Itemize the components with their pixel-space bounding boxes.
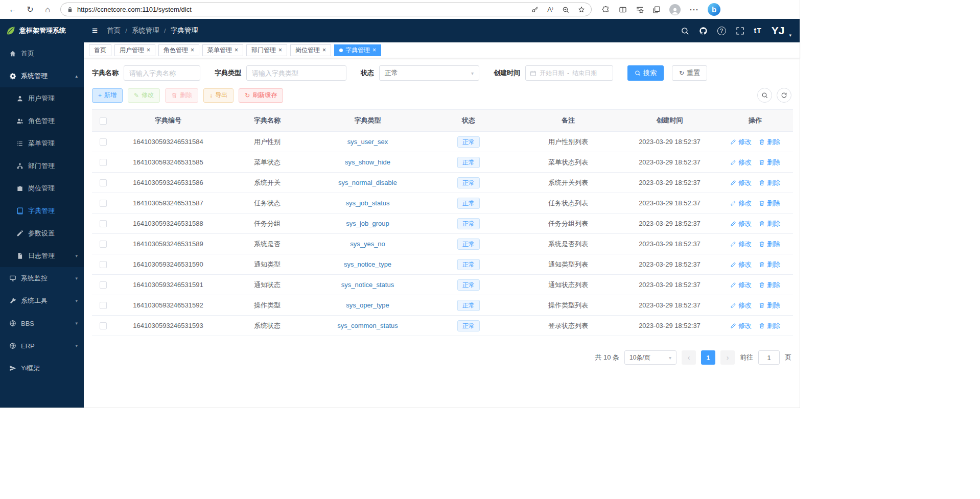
- sidebar-item-post-mgmt[interactable]: 岗位管理: [0, 177, 84, 200]
- dict-type-input[interactable]: [246, 65, 346, 81]
- back-icon[interactable]: ←: [5, 2, 20, 17]
- page-size-select[interactable]: 10条/页 ▾: [624, 350, 676, 365]
- row-edit-link[interactable]: 修改: [730, 199, 752, 208]
- row-edit-link[interactable]: 修改: [730, 280, 752, 290]
- row-delete-link[interactable]: 删除: [759, 158, 780, 167]
- close-icon[interactable]: ×: [278, 47, 282, 53]
- row-edit-link[interactable]: 修改: [730, 219, 752, 228]
- sidebar-item-user-mgmt[interactable]: 用户管理: [0, 87, 84, 110]
- dict-type-link[interactable]: sys_show_hide: [345, 158, 390, 166]
- sidebar-item-log-mgmt[interactable]: 日志管理▾: [0, 245, 84, 267]
- tab-menu-mgmt[interactable]: 菜单管理×: [202, 44, 243, 56]
- favorites-icon[interactable]: [636, 6, 644, 14]
- sidebar-item-system-mgmt[interactable]: 系统管理▴: [0, 65, 84, 87]
- row-delete-link[interactable]: 删除: [759, 301, 780, 310]
- dict-type-link[interactable]: sys_common_status: [337, 322, 398, 329]
- tab-post-mgmt[interactable]: 岗位管理×: [290, 44, 331, 56]
- close-icon[interactable]: ×: [191, 47, 194, 53]
- browser-home-icon[interactable]: ⌂: [40, 2, 55, 17]
- row-edit-link[interactable]: 修改: [730, 158, 752, 167]
- row-checkbox[interactable]: [100, 138, 107, 146]
- fullscreen-icon[interactable]: [736, 27, 744, 35]
- row-checkbox[interactable]: [100, 261, 107, 268]
- dict-type-link[interactable]: sys_job_status: [346, 199, 390, 207]
- row-edit-link[interactable]: 修改: [730, 321, 752, 330]
- profile-avatar[interactable]: [669, 4, 681, 15]
- row-checkbox[interactable]: [100, 159, 107, 166]
- sidebar-item-param-settings[interactable]: 参数设置: [0, 222, 84, 245]
- row-checkbox[interactable]: [100, 200, 107, 207]
- select-all-checkbox[interactable]: [100, 117, 107, 125]
- dict-type-link[interactable]: sys_yes_no: [350, 240, 385, 248]
- tab-home[interactable]: 首页: [89, 44, 111, 56]
- collections-icon[interactable]: [652, 6, 661, 14]
- hamburger-icon[interactable]: ≡: [92, 25, 98, 36]
- row-delete-link[interactable]: 删除: [759, 137, 780, 147]
- goto-page-input[interactable]: [758, 350, 780, 365]
- next-page-button[interactable]: ›: [720, 350, 735, 365]
- dict-type-link[interactable]: sys_job_group: [346, 220, 389, 227]
- row-edit-link[interactable]: 修改: [730, 260, 752, 269]
- chevron-down-icon[interactable]: ▾: [789, 33, 791, 38]
- prev-page-button[interactable]: ‹: [682, 350, 696, 365]
- help-icon[interactable]: ?: [717, 27, 726, 35]
- reset-button[interactable]: ↻ 重置: [672, 65, 707, 81]
- row-delete-link[interactable]: 删除: [759, 199, 780, 208]
- sidebar-item-home[interactable]: 首页: [0, 42, 84, 65]
- toggle-search-button[interactable]: [757, 88, 772, 103]
- sidebar-item-dept-mgmt[interactable]: 部门管理: [0, 155, 84, 177]
- dict-type-link[interactable]: sys_oper_type: [346, 301, 389, 309]
- tab-user-mgmt[interactable]: 用户管理×: [114, 44, 155, 56]
- row-checkbox[interactable]: [100, 241, 107, 248]
- row-edit-link[interactable]: 修改: [730, 178, 752, 187]
- sidebar-item-role-mgmt[interactable]: 角色管理: [0, 110, 84, 132]
- close-icon[interactable]: ×: [372, 47, 376, 53]
- search-button[interactable]: 搜索: [627, 65, 664, 81]
- lock-icon[interactable]: [67, 7, 73, 13]
- search-icon[interactable]: [681, 27, 689, 35]
- row-delete-link[interactable]: 删除: [759, 260, 780, 269]
- row-edit-link[interactable]: 修改: [730, 240, 752, 249]
- zoom-out-icon[interactable]: [562, 6, 569, 13]
- read-aloud-icon[interactable]: A⁾: [547, 6, 553, 13]
- sidebar-item-system-monitor[interactable]: 系统监控▾: [0, 267, 84, 290]
- delete-button[interactable]: 删除: [165, 88, 198, 103]
- status-select[interactable]: 正常 ▾: [379, 65, 479, 81]
- dict-type-link[interactable]: sys_notice_type: [344, 260, 391, 268]
- font-size-icon[interactable]: tT: [754, 27, 762, 35]
- dict-type-link[interactable]: sys_user_sex: [347, 138, 388, 146]
- address-bar[interactable]: https://ccnetcore.com:1101/system/dict A…: [60, 3, 592, 16]
- close-icon[interactable]: ×: [235, 47, 238, 53]
- sidebar-item-menu-mgmt[interactable]: 菜单管理: [0, 132, 84, 155]
- brand-logo[interactable]: YJ: [772, 25, 785, 37]
- row-delete-link[interactable]: 删除: [759, 280, 780, 290]
- reload-icon[interactable]: ↻: [22, 2, 38, 17]
- row-delete-link[interactable]: 删除: [759, 219, 780, 228]
- sidebar-item-bbs[interactable]: BBS▾: [0, 312, 84, 335]
- refresh-cache-button[interactable]: ↻ 刷新缓存: [239, 88, 283, 103]
- breadcrumb-item[interactable]: 系统管理: [132, 26, 159, 35]
- row-delete-link[interactable]: 删除: [759, 321, 780, 330]
- add-button[interactable]: + 新增: [92, 88, 123, 103]
- row-checkbox[interactable]: [100, 179, 107, 186]
- row-checkbox[interactable]: [100, 281, 107, 289]
- edit-button[interactable]: ✎ 修改: [128, 88, 160, 103]
- tab-role-mgmt[interactable]: 角色管理×: [158, 44, 199, 56]
- password-key-icon[interactable]: [531, 6, 539, 13]
- tab-dept-mgmt[interactable]: 部门管理×: [246, 44, 287, 56]
- row-checkbox[interactable]: [100, 322, 107, 329]
- export-button[interactable]: ↓ 导出: [203, 88, 234, 103]
- row-edit-link[interactable]: 修改: [730, 137, 752, 147]
- split-screen-icon[interactable]: [619, 6, 627, 14]
- close-icon[interactable]: ×: [322, 47, 326, 53]
- breadcrumb-item[interactable]: 首页: [107, 26, 121, 35]
- sidebar-item-system-tools[interactable]: 系统工具▾: [0, 290, 84, 312]
- row-delete-link[interactable]: 删除: [759, 240, 780, 249]
- add-favorite-star-icon[interactable]: [578, 6, 585, 13]
- github-icon[interactable]: [699, 27, 708, 35]
- row-edit-link[interactable]: 修改: [730, 301, 752, 310]
- date-range-picker[interactable]: 开始日期 - 结束日期: [525, 65, 613, 81]
- sidebar-item-yi-framework[interactable]: Yi框架: [0, 357, 84, 379]
- settings-more-icon[interactable]: ⋯: [689, 4, 699, 15]
- close-icon[interactable]: ×: [147, 47, 150, 53]
